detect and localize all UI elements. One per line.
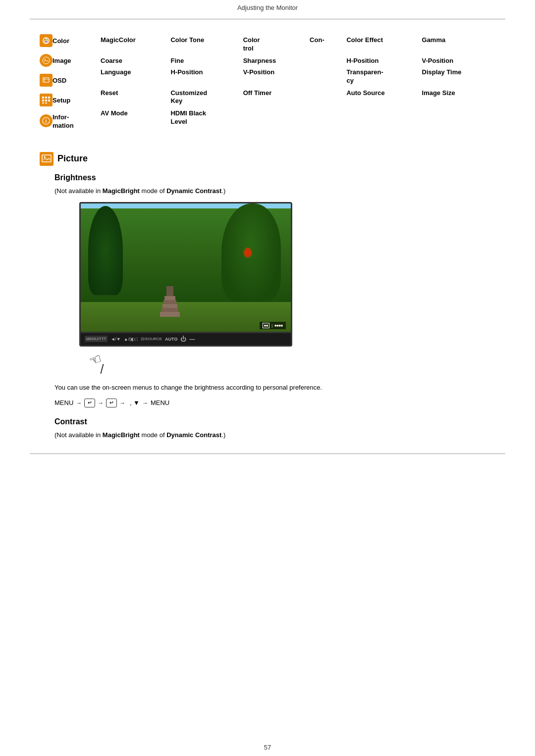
path-box2: ↵ <box>106 399 117 407</box>
cell-reset: Reset <box>97 87 166 108</box>
menu-table-section: Color Image <box>40 34 495 137</box>
info-label-line2: mation <box>53 122 74 130</box>
svg-text:i: i <box>46 118 47 124</box>
cell-offtimer: Off Timer <box>239 87 306 108</box>
page-number: 57 <box>0 744 535 751</box>
svg-rect-13 <box>45 100 47 101</box>
cell-coloreffect: Color Effect <box>342 34 418 55</box>
cell-fine: Fine <box>166 55 239 66</box>
menu-item-color: Color <box>40 34 97 47</box>
table-row: MagicColor Color Tone Colortrol Con- Col… <box>97 34 495 55</box>
info-icon: i <box>40 114 53 127</box>
dynamic-contrast-bold: Dynamic Contrast <box>166 187 221 195</box>
picture-section: Picture Brightness (Not available in Mag… <box>40 152 495 439</box>
monitor-display-area: ■■ | ■■■■ MENU/TTT ◄/▼ ▲/(◐□ ⊡/SOURCE AU… <box>79 202 495 347</box>
svg-point-2 <box>47 39 48 41</box>
cell-hdmiblacklevel: HDMI BlackLevel <box>166 107 239 128</box>
ctrl-menu: MENU/TTT <box>85 336 107 342</box>
osd-icon <box>40 74 53 87</box>
cell-magiccolor: MagicColor <box>97 34 166 55</box>
menu-right-table-wrapper: MagicColor Color Tone Colortrol Con- Col… <box>97 34 495 137</box>
cell-customizedkey: CustomizedKey <box>166 87 239 108</box>
contrast-title: Contrast <box>54 417 495 426</box>
ctrl-arrow2: ▲/(◐□ <box>124 337 138 342</box>
contrast-note: (Not available in MagicBright mode of Dy… <box>40 431 495 439</box>
svg-rect-15 <box>42 102 44 103</box>
svg-rect-6 <box>43 78 49 82</box>
cell-vposition-img: V-Position <box>418 55 495 66</box>
path-comma-v: , ▼ <box>128 399 140 406</box>
ctrl-minus: — <box>189 336 195 342</box>
path-arrow2: → <box>98 400 104 406</box>
ctrl-power: ⏻ <box>180 336 186 343</box>
cell-transparency: Transparen-cy <box>342 66 418 87</box>
cell-imagesize: Image Size <box>418 87 495 108</box>
cell-hposition-img: H-Position <box>342 55 418 66</box>
contrast-magicbright-bold: MagicBright <box>103 431 140 439</box>
svg-rect-10 <box>45 97 47 99</box>
table-row: AV Mode HDMI BlackLevel <box>97 107 495 128</box>
osd-label: OSD <box>53 77 66 84</box>
menu-item-image: Image <box>40 54 97 67</box>
monitor-screen: ■■ | ■■■■ <box>79 202 292 333</box>
svg-rect-14 <box>48 100 50 101</box>
magicbright-bold: MagicBright <box>103 187 140 195</box>
setup-icon <box>40 94 53 106</box>
brightness-note: (Not available in MagicBright mode of Dy… <box>40 187 495 195</box>
ctrl-source: ⊡/SOURCE <box>141 337 162 341</box>
contrast-section: Contrast (Not available in MagicBright m… <box>40 417 495 439</box>
path-box1: ↵ <box>84 399 95 407</box>
picture-icon <box>40 152 54 166</box>
content-area: Color Image <box>0 34 535 439</box>
brightness-description: You can use the on-screen menus to chang… <box>40 384 495 391</box>
ctrl-arrow1: ◄/▼ <box>110 337 120 342</box>
info-label-line1: Infor- <box>53 113 74 122</box>
monitor-frame: ■■ | ■■■■ MENU/TTT ◄/▼ ▲/(◐□ ⊡/SOURCE AU… <box>79 202 292 347</box>
cell-avmode: AV Mode <box>97 107 166 128</box>
page-header: Adjusting the Monitor <box>30 0 505 19</box>
svg-rect-9 <box>42 97 44 99</box>
path-arrow1: → <box>76 400 82 406</box>
cell-con: Con- <box>306 34 342 55</box>
hand-pointer-icon: ☜ <box>87 350 104 370</box>
path-menu: MENU <box>54 399 73 406</box>
svg-point-4 <box>43 57 50 64</box>
svg-point-1 <box>45 39 46 41</box>
svg-point-20 <box>44 156 46 157</box>
cell-sharpness: Sharpness <box>239 55 306 66</box>
svg-rect-19 <box>42 155 51 162</box>
tree-right <box>221 203 281 302</box>
menu-left-column: Color Image <box>40 34 97 137</box>
page-container: Adjusting the Monitor <box>0 0 535 756</box>
menu-item-information: i Infor- mation <box>40 113 97 130</box>
menu-item-osd: OSD <box>40 74 97 87</box>
lantern <box>244 248 251 257</box>
svg-point-3 <box>46 41 47 43</box>
picture-section-title: Picture <box>57 153 88 164</box>
cell-coarse: Coarse <box>97 55 166 66</box>
cell-gamma: Gamma <box>418 34 495 55</box>
bottom-border <box>30 454 505 454</box>
info-label: Infor- mation <box>53 113 74 130</box>
table-row: Coarse Fine Sharpness H-Position V-Posit… <box>97 55 495 66</box>
monitor-controls-bar: MENU/TTT ◄/▼ ▲/(◐□ ⊡/SOURCE AUTO ⏻ — <box>79 333 292 347</box>
path-arrow3: → <box>119 400 125 406</box>
hand-pointer-area: ☜ <box>89 352 495 376</box>
cell-language: Language <box>97 66 166 87</box>
svg-rect-12 <box>42 100 44 101</box>
color-icon <box>40 34 53 47</box>
setup-label: Setup <box>53 97 70 104</box>
cell-autosource: Auto Source <box>342 87 418 108</box>
table-row: Language H-Position V-Position Transpare… <box>97 66 495 87</box>
table-row: Reset CustomizedKey Off Timer Auto Sourc… <box>97 87 495 108</box>
cell-colortone: Color Tone <box>166 34 239 55</box>
path-menu-end: MENU <box>151 399 169 406</box>
brightness-menu-path: MENU → ↵ → ↵ → , ▼ → MENU <box>40 399 495 407</box>
color-label: Color <box>53 37 69 45</box>
monitor-osd-strip: ■■ | ■■■■ <box>260 322 286 329</box>
cell-hposition-osd: H-Position <box>166 66 239 87</box>
menu-item-setup: Setup <box>40 94 97 106</box>
image-icon <box>40 54 53 67</box>
brightness-title: Brightness <box>54 173 495 182</box>
path-arrow4: → <box>142 400 148 406</box>
